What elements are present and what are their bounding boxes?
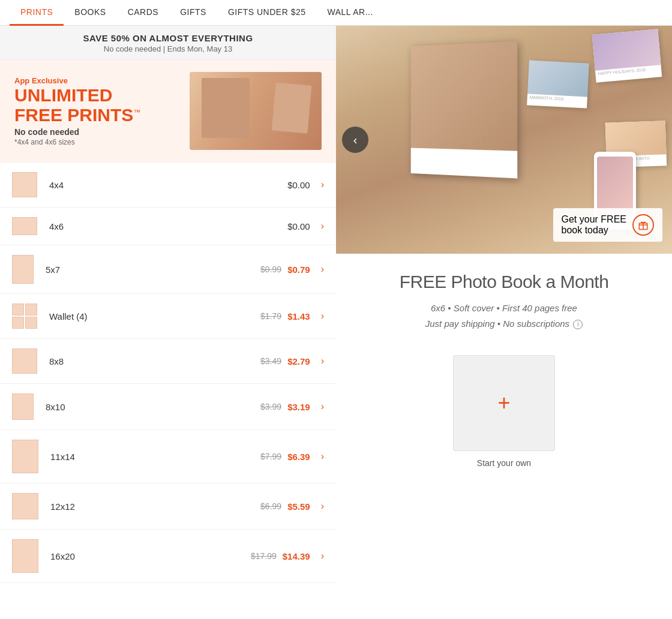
print-name-12x12: 12x12 bbox=[50, 501, 260, 512]
price-group-wallet: $1.79 $1.43 › bbox=[260, 311, 324, 321]
thumb-shape-16x20 bbox=[12, 539, 38, 573]
chevron-icon-wallet: › bbox=[321, 311, 324, 321]
price-original-12x12: $6.99 bbox=[260, 501, 281, 511]
price-original-11x14: $7.99 bbox=[260, 452, 281, 461]
thumb-shape-wallet bbox=[12, 304, 37, 329]
chevron-icon-11x14: › bbox=[321, 451, 324, 462]
start-own-card[interactable]: + bbox=[453, 355, 555, 451]
hero-image: HAPPY HOLIDAYS, 2018 MAMMOTH, 2018 ADVEN… bbox=[336, 26, 672, 254]
free-book-line2: book today bbox=[562, 225, 626, 236]
app-banner-note: *4x4 and 4x6 sizes bbox=[14, 138, 178, 146]
print-thumb-11x14 bbox=[12, 440, 38, 473]
free-book-cta[interactable]: Get your FREE book today bbox=[553, 208, 662, 242]
promo-section: FREE Photo Book a Month 6x6 • Soft cover… bbox=[336, 254, 672, 343]
price-original-16x20: $17.99 bbox=[251, 551, 277, 561]
chevron-icon-4x6: › bbox=[321, 221, 324, 232]
app-banner-subtext: No code needed bbox=[14, 127, 178, 137]
price-sale-5x7: $0.79 bbox=[287, 265, 310, 275]
nav-item-prints[interactable]: PRINTS bbox=[10, 0, 64, 26]
price-sale-16x20: $14.39 bbox=[283, 551, 310, 561]
back-button[interactable]: ‹ bbox=[342, 127, 368, 153]
thumb-shape-4x4 bbox=[12, 172, 37, 197]
print-name-4x4: 4x4 bbox=[49, 180, 287, 190]
nav-item-gifts-under[interactable]: GIFTS UNDER $25 bbox=[217, 0, 317, 26]
nav-item-books[interactable]: BOOKS bbox=[64, 0, 116, 26]
photo-figure-1 bbox=[202, 78, 250, 138]
print-item-4x6[interactable]: 4x6 $0.00 › bbox=[0, 208, 336, 245]
print-thumb-8x8 bbox=[12, 348, 37, 374]
thumb-shape-5x7 bbox=[12, 255, 34, 284]
photo-card-1: HAPPY HOLIDAYS, 2018 bbox=[592, 29, 662, 82]
print-thumb-12x12 bbox=[12, 493, 38, 519]
photo-figure-2 bbox=[272, 83, 312, 134]
print-name-5x7: 5x7 bbox=[46, 265, 260, 275]
price-original-8x8: $3.49 bbox=[260, 356, 281, 366]
print-item-wallet[interactable]: Wallet (4) $1.79 $1.43 › bbox=[0, 294, 336, 339]
free-book-line1: Get your FREE bbox=[562, 214, 626, 225]
price-group-12x12: $6.99 $5.59 › bbox=[260, 501, 324, 512]
app-banner-text: App Exclusive UNLIMITED FREE PRINTS™ No … bbox=[14, 76, 178, 146]
promo-detail-line2: Just pay shipping • No subscriptions i bbox=[360, 316, 648, 332]
thumb-shape-8x8 bbox=[12, 348, 37, 374]
print-thumb-8x10 bbox=[12, 393, 34, 420]
print-item-11x14[interactable]: 11x14 $7.99 $6.39 › bbox=[0, 430, 336, 483]
app-exclusive-label: App Exclusive bbox=[14, 76, 178, 85]
price-group-4x6: $0.00 › bbox=[287, 221, 324, 232]
main-layout: SAVE 50% ON ALMOST EVERYTHING No code ne… bbox=[0, 26, 672, 583]
print-item-4x4[interactable]: 4x4 $0.00 › bbox=[0, 163, 336, 208]
print-name-4x6: 4x6 bbox=[49, 221, 287, 232]
thumb-shape-8x10 bbox=[12, 393, 34, 420]
print-name-16x20: 16x20 bbox=[50, 551, 251, 561]
chevron-icon-12x12: › bbox=[321, 501, 324, 512]
photo-book-open bbox=[411, 41, 518, 179]
price-sale-12x12: $5.59 bbox=[287, 501, 310, 512]
print-thumb-wallet bbox=[12, 304, 37, 329]
price-group-11x14: $7.99 $6.39 › bbox=[260, 451, 324, 462]
promo-headline: FREE Photo Book a Month bbox=[360, 272, 648, 292]
print-thumb-4x4 bbox=[12, 172, 37, 197]
wallet-cell-2 bbox=[25, 304, 37, 315]
print-name-11x14: 11x14 bbox=[50, 452, 260, 462]
print-name-wallet: Wallet (4) bbox=[49, 311, 260, 321]
app-exclusive-banner[interactable]: App Exclusive UNLIMITED FREE PRINTS™ No … bbox=[0, 60, 336, 163]
price-group-5x7: $0.99 $0.79 › bbox=[260, 264, 324, 275]
wallet-cell-4 bbox=[25, 317, 37, 329]
chevron-icon-8x10: › bbox=[321, 401, 324, 412]
price-group-8x8: $3.49 $2.79 › bbox=[260, 356, 324, 366]
price-original-5x7: $0.99 bbox=[260, 265, 281, 274]
phone-screen bbox=[597, 157, 633, 217]
app-banner-image bbox=[190, 72, 322, 150]
wallet-cell-1 bbox=[12, 304, 24, 315]
print-name-8x8: 8x8 bbox=[49, 356, 260, 366]
free-book-cta-text: Get your FREE book today bbox=[562, 214, 626, 236]
photo-card-1-img bbox=[592, 29, 661, 70]
print-item-5x7[interactable]: 5x7 $0.99 $0.79 › bbox=[0, 245, 336, 294]
nav-item-wall-art[interactable]: WALL AR... bbox=[317, 0, 384, 26]
price-group-8x10: $3.99 $3.19 › bbox=[260, 401, 324, 412]
app-banner-image-inner bbox=[190, 72, 322, 150]
promo-detail-line2-text: Just pay shipping • No subscriptions bbox=[425, 318, 569, 329]
start-own-section: + Start your own bbox=[336, 343, 672, 486]
price-free-4x4: $0.00 bbox=[287, 180, 310, 190]
print-thumb-4x6 bbox=[12, 217, 37, 235]
promo-banner: SAVE 50% ON ALMOST EVERYTHING No code ne… bbox=[0, 26, 336, 60]
photo-card-2-img bbox=[527, 60, 589, 97]
price-original-wallet: $1.79 bbox=[260, 311, 281, 321]
promo-detail-line1: 6x6 • Soft cover • First 40 pages free bbox=[360, 301, 648, 316]
promo-subtitle: No code needed | Ends Mon, May 13 bbox=[12, 44, 324, 53]
print-item-8x8[interactable]: 8x8 $3.49 $2.79 › bbox=[0, 339, 336, 384]
print-item-16x20[interactable]: 16x20 $17.99 $14.39 › bbox=[0, 530, 336, 583]
nav-item-cards[interactable]: CARDS bbox=[117, 0, 170, 26]
photo-card-2: MAMMOTH, 2018 bbox=[527, 60, 589, 108]
nav-item-gifts[interactable]: GIFTS bbox=[169, 0, 217, 26]
print-item-12x12[interactable]: 12x12 $6.99 $5.59 › bbox=[0, 483, 336, 530]
thumb-shape-11x14 bbox=[12, 440, 38, 473]
price-sale-8x8: $2.79 bbox=[287, 356, 310, 366]
info-icon[interactable]: i bbox=[573, 320, 583, 329]
left-panel: SAVE 50% ON ALMOST EVERYTHING No code ne… bbox=[0, 26, 336, 583]
print-item-8x10[interactable]: 8x10 $3.99 $3.19 › bbox=[0, 384, 336, 430]
price-sale-wallet: $1.43 bbox=[287, 311, 310, 321]
price-sale-8x10: $3.19 bbox=[287, 402, 310, 412]
right-panel: HAPPY HOLIDAYS, 2018 MAMMOTH, 2018 ADVEN… bbox=[336, 26, 672, 583]
chevron-icon-8x8: › bbox=[321, 356, 324, 366]
